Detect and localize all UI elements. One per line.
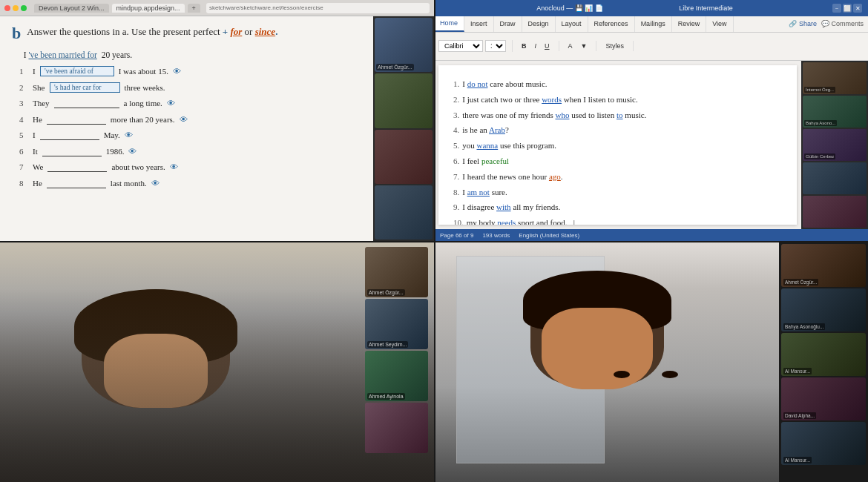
bold-button[interactable]: B: [519, 41, 530, 51]
br-participant-1: Ahmet Özgür...: [781, 244, 866, 287]
word-participant-1: İnternot Özg...: [803, 62, 867, 94]
answer-blank-2[interactable]: 's had her car for: [50, 82, 120, 93]
language-indicator: English (United States): [519, 232, 579, 239]
section-letter: b: [12, 24, 21, 43]
word-ribbon: Home Insert Draw Design Layout Reference…: [434, 16, 868, 61]
window-controls: − ⬜ ✕: [832, 4, 862, 13]
browser-bar: Devon Layout 2 Win... mindpup.appdesign.…: [0, 0, 434, 16]
tab-2[interactable]: mindpup.appdesign...: [112, 4, 185, 13]
word-participant-5: [803, 196, 867, 228]
table-row: 4 He more than 20 years. 👁: [19, 113, 361, 126]
eye-icon-3[interactable]: 👁: [167, 97, 175, 110]
pip-name-3: Ahmed Ayinola: [367, 393, 405, 400]
eye-icon-4[interactable]: 👁: [180, 113, 188, 126]
font-color-button[interactable]: A: [565, 41, 576, 51]
pip-participant-4: [365, 403, 428, 453]
br-name-2: Bahya Asonoğlu...: [783, 323, 825, 330]
answer-blank-6[interactable]: [42, 146, 102, 156]
comments-button[interactable]: 💬 Comments: [821, 20, 864, 27]
doc-line-5: 5.you wanna use this program.: [453, 139, 782, 153]
br-name-5: Al Mansur...: [783, 457, 812, 463]
pip-name-2: Ahmet Seydim...: [367, 341, 408, 348]
address-bar[interactable]: sketchware/sketchware.net/lesson/exercis…: [206, 3, 430, 13]
table-row: 5 I May. 👁: [19, 129, 361, 142]
format-group: B I U: [519, 41, 559, 51]
answer-blank-8[interactable]: [47, 178, 106, 188]
pip-participant-1: Ahmet Özgür...: [365, 247, 428, 297]
doc-line-8: 8.I am not sure.: [453, 185, 782, 200]
worksheet-header: b Answer the questions in a. Use the pre…: [12, 25, 361, 43]
word-document[interactable]: 1.I do not care about music. 2.I just ca…: [438, 65, 797, 225]
word-titlebar: Anocloud — 💾 📊 📄 Libre Intermediate − ⬜ …: [434, 0, 868, 16]
table-row: 1 I 've been afraid of I was about 15. 👁: [19, 65, 361, 78]
pip-participant-2: Ahmet Seydim...: [365, 299, 428, 349]
answer-blank-1[interactable]: 've been afraid of: [40, 66, 114, 76]
worksheet-area: b Answer the questions in a. Use the pre…: [0, 16, 434, 241]
answer-blank-5[interactable]: [40, 130, 99, 140]
participant-thumb-1: Ahmet Özgür...: [375, 18, 433, 72]
doc-line-3: 3.there was one of my friends who used t…: [453, 108, 782, 123]
tab-home[interactable]: Home: [434, 16, 464, 32]
answer-blank-7[interactable]: [47, 162, 107, 172]
italic-button[interactable]: I: [532, 41, 540, 51]
bottom-right-participants: Ahmet Özgür... Bahya Asonoğlu... Al Mans…: [779, 241, 868, 482]
browser-tabs: Devon Layout 2 Win... mindpup.appdesign.…: [34, 4, 200, 13]
word-window: Anocloud — 💾 📊 📄 Libre Intermediate − ⬜ …: [434, 0, 868, 241]
answer-blank-4[interactable]: [47, 114, 106, 125]
word-participant-name-1: İnternot Özg...: [804, 87, 835, 93]
maximize-icon[interactable]: ⬜: [843, 4, 852, 13]
word-count: 193 words: [482, 232, 510, 239]
maximize-button[interactable]: [21, 5, 27, 11]
word-participant-2: Bahya Asono...: [803, 96, 867, 128]
table-row: 8 He last month. 👁: [19, 177, 361, 190]
highlight-button[interactable]: ▼: [578, 41, 591, 51]
br-participant-3: Al Mansur...: [781, 333, 866, 376]
face2-shape: [542, 308, 653, 389]
eye-icon-5[interactable]: 👁: [125, 129, 133, 142]
close-icon[interactable]: ✕: [853, 4, 862, 13]
tab-3[interactable]: +: [188, 4, 200, 13]
bottom-right-panel: Ahmet Özgür... Bahya Asonoğlu... Al Mans…: [434, 241, 868, 482]
font-group: Calibri 11: [438, 40, 513, 52]
eye-icon-8[interactable]: 👁: [151, 177, 160, 190]
share-button[interactable]: 🔗 Share: [789, 20, 817, 27]
worksheet-items: 1 I 've been afraid of I was about 15. 👁…: [12, 65, 361, 189]
underline-button[interactable]: U: [542, 41, 553, 51]
styles-button[interactable]: Styles: [602, 41, 627, 51]
answer-blank-3[interactable]: [54, 98, 119, 108]
style-group: Styles: [602, 41, 634, 51]
participant-thumb-3: [375, 130, 433, 184]
doc-line-7: 7.I heard the news one hour ago.: [453, 170, 782, 185]
word-participant-name-2: Bahya Asono...: [804, 120, 837, 126]
table-row: 6 It 1986. 👁: [19, 145, 361, 158]
doc-line-9: 9.I disagree with all my friends.: [453, 200, 782, 215]
minimize-button[interactable]: [13, 5, 19, 11]
font-selector[interactable]: Calibri: [438, 40, 483, 52]
tab-review[interactable]: Review: [672, 16, 707, 32]
top-left-panel: Devon Layout 2 Win... mindpup.appdesign.…: [0, 0, 434, 241]
eye-icon-7[interactable]: 👁: [170, 161, 178, 174]
tab-1[interactable]: Devon Layout 2 Win...: [34, 4, 109, 13]
participant-thumb-4: [375, 185, 433, 240]
participants-sidebar: Ahmet Özgür...: [373, 16, 434, 241]
eye-icon-6[interactable]: 👁: [128, 145, 137, 158]
tab-design[interactable]: Design: [522, 16, 556, 32]
tab-layout[interactable]: Layout: [556, 16, 588, 32]
minimize-icon[interactable]: −: [832, 4, 841, 13]
window-controls: [4, 5, 27, 11]
tab-insert[interactable]: Insert: [464, 16, 494, 32]
tab-view[interactable]: View: [706, 16, 733, 32]
tab-draw[interactable]: Draw: [494, 16, 522, 32]
table-row: 7 We about two years. 👁: [19, 161, 361, 174]
eye-icon-1[interactable]: 👁: [173, 65, 181, 78]
bottom-left-panel: Ahmet Özgür... Ahmet Seydim... Ahmed Ayi…: [0, 241, 434, 482]
close-button[interactable]: [4, 5, 10, 11]
eyes: [597, 363, 694, 386]
table-row: 2 She 's had her car for three weeks.: [19, 82, 361, 94]
word-participant-4: [803, 162, 867, 194]
left-eye: [614, 371, 630, 378]
tab-mailings[interactable]: Mailings: [635, 16, 672, 32]
tab-references[interactable]: References: [588, 16, 635, 32]
font-size-selector[interactable]: 11: [485, 40, 506, 52]
pip-name-1: Ahmet Özgür...: [367, 289, 405, 296]
